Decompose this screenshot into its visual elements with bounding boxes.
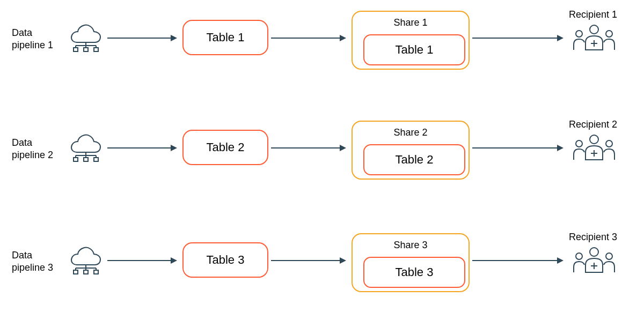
- flow-row-2: Data pipeline 2 Table 2 Share 2 Table 2 …: [0, 118, 644, 182]
- table-box: Table 2: [182, 130, 268, 165]
- svg-rect-19: [84, 48, 88, 51]
- svg-rect-45: [84, 270, 88, 274]
- svg-point-47: [590, 248, 598, 256]
- recipients-group-icon: [572, 246, 617, 275]
- recipients-group-icon: [572, 23, 617, 53]
- share-box: Share 2 Table 2: [352, 121, 470, 180]
- arrow-table-to-share: [271, 147, 345, 148]
- share-label: Share 3: [353, 240, 469, 251]
- svg-rect-18: [74, 48, 78, 51]
- share-label: Share 2: [353, 127, 469, 138]
- table-label: Table 3: [207, 253, 245, 267]
- recipient-label: Recipient 2: [569, 119, 617, 130]
- svg-point-37: [576, 140, 582, 147]
- svg-point-24: [576, 31, 582, 37]
- arrow-table-to-share: [271, 38, 345, 39]
- arrow-table-to-share: [271, 260, 345, 261]
- table-box: Table 3: [182, 242, 268, 278]
- arrow-pipeline-to-table: [107, 38, 176, 39]
- svg-point-25: [606, 31, 612, 37]
- table-label: Table 2: [207, 140, 245, 154]
- svg-point-34: [590, 135, 598, 144]
- share-inner-table-label: Table 2: [396, 153, 434, 167]
- recipients-group-icon: [572, 133, 617, 162]
- share-box: Share 3 Table 3: [352, 233, 470, 292]
- table-box: Table 1: [182, 20, 268, 55]
- arrow-share-to-recipient: [472, 260, 562, 261]
- svg-rect-44: [74, 270, 78, 274]
- cloud-pipeline-icon: [67, 130, 105, 162]
- arrow-pipeline-to-table: [107, 260, 176, 261]
- svg-rect-20: [94, 48, 98, 51]
- svg-point-51: [606, 253, 612, 259]
- pipeline-label: Data pipeline 3: [12, 249, 53, 274]
- arrow-share-to-recipient: [472, 38, 562, 39]
- svg-rect-31: [74, 158, 78, 161]
- svg-point-38: [606, 140, 612, 147]
- share-inner-table: Table 1: [363, 34, 465, 65]
- share-inner-table: Table 2: [363, 144, 465, 175]
- svg-rect-33: [94, 158, 98, 161]
- table-label: Table 1: [207, 31, 245, 44]
- recipient-label: Recipient 3: [569, 232, 617, 243]
- pipeline-label: Data pipeline 1: [12, 27, 53, 52]
- recipient-label: Recipient 1: [569, 9, 617, 20]
- svg-rect-46: [94, 270, 98, 274]
- flow-row-3: Data pipeline 3 Table 3 Share 3 Table 3 …: [0, 231, 644, 295]
- svg-rect-32: [84, 158, 88, 161]
- share-inner-table: Table 3: [363, 257, 465, 288]
- cloud-pipeline-icon: [67, 242, 105, 274]
- pipeline-label: Data pipeline 2: [12, 137, 53, 162]
- share-box: Share 1 Table 1: [352, 11, 470, 70]
- cloud-pipeline-icon: [67, 20, 105, 52]
- arrow-share-to-recipient: [472, 147, 562, 148]
- svg-point-21: [590, 25, 598, 34]
- arrow-pipeline-to-table: [107, 147, 176, 148]
- share-label: Share 1: [353, 17, 469, 28]
- share-inner-table-label: Table 1: [396, 43, 434, 57]
- svg-point-50: [576, 253, 582, 259]
- share-inner-table-label: Table 3: [396, 265, 434, 279]
- flow-row-1: Data pipeline 1 Table 1 Share 1 Table 1 …: [0, 8, 644, 72]
